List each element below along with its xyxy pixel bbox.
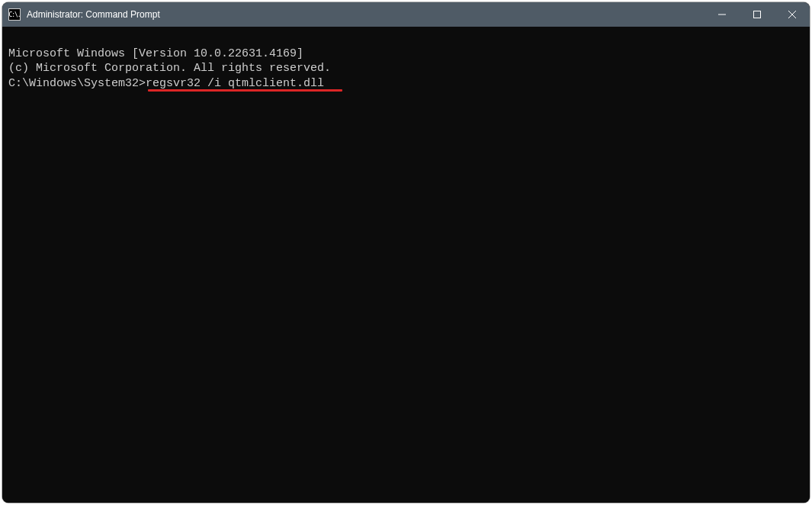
terminal-area[interactable]: Microsoft Windows [Version 10.0.22631.41…: [2, 27, 810, 503]
prompt: C:\Windows\System32>: [8, 77, 146, 90]
svg-rect-0: [754, 11, 761, 18]
close-icon: [788, 11, 796, 18]
output-line: Microsoft Windows [Version 10.0.22631.41…: [8, 47, 804, 62]
close-button[interactable]: [775, 2, 810, 27]
window-title: Administrator: Command Prompt: [27, 9, 704, 20]
maximize-button[interactable]: [740, 2, 775, 27]
command-input[interactable]: regsvr32 /i qtmlclient.dll: [146, 77, 324, 90]
titlebar[interactable]: C:\. Administrator: Command Prompt: [2, 2, 810, 27]
command-prompt-window: C:\. Administrator: Command Prompt Micro…: [2, 2, 810, 503]
app-icon: C:\.: [8, 8, 21, 21]
minimize-button[interactable]: [704, 2, 740, 27]
annotation-underline: [148, 89, 342, 92]
maximize-icon: [753, 11, 761, 18]
output-line: (c) Microsoft Corporation. All rights re…: [8, 61, 804, 76]
minimize-icon: [718, 11, 726, 18]
window-controls: [704, 2, 810, 27]
